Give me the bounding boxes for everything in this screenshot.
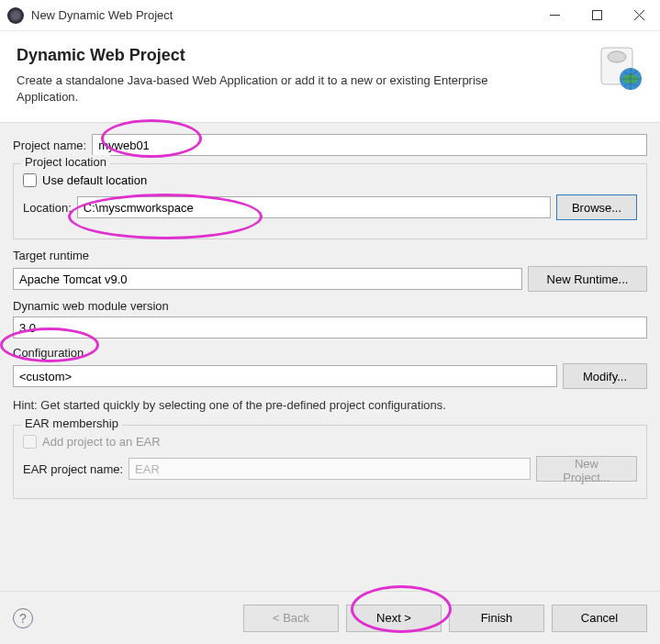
window-controls [533, 0, 660, 31]
help-icon[interactable]: ? [13, 608, 33, 628]
location-label: Location: [23, 201, 72, 215]
cancel-button[interactable]: Cancel [552, 605, 647, 632]
location-input[interactable] [77, 196, 551, 218]
web-module-version-label: Dynamic web module version [13, 299, 647, 313]
svg-point-5 [608, 51, 626, 62]
project-name-row: Project name: [13, 134, 647, 156]
target-runtime-select[interactable]: Apache Tomcat v9.0 [13, 268, 522, 290]
ear-new-project-button: New Project... [536, 456, 637, 482]
project-location-group: Project location Use default location Lo… [13, 163, 647, 239]
ear-add-label: Add project to an EAR [42, 435, 161, 449]
web-module-version-row: 3.0 [13, 316, 647, 339]
minimize-button[interactable] [533, 0, 576, 31]
browse-button[interactable]: Browse... [556, 194, 637, 220]
ear-add-checkbox[interactable] [23, 435, 37, 449]
wizard-footer: ? < Back Next > Finish Cancel [0, 591, 660, 644]
maximize-button[interactable] [576, 0, 618, 31]
page-description: Create a standalone Java-based Web Appli… [17, 72, 531, 105]
form-area: Project name: Project location Use defau… [0, 123, 660, 519]
page-title: Dynamic Web Project [17, 46, 643, 65]
use-default-location-label: Use default location [42, 173, 147, 187]
ear-project-name-label: EAR project name: [23, 462, 123, 476]
ear-group-label: EAR membership [21, 416, 122, 430]
ear-add-row: Add project to an EAR [23, 435, 637, 449]
ear-group: EAR membership Add project to an EAR EAR… [13, 425, 647, 499]
ear-project-name-row: EAR project name: EAR New Project... [23, 456, 637, 482]
back-button: < Back [243, 605, 339, 632]
wizard-header: Dynamic Web Project Create a standalone … [0, 31, 660, 123]
modify-button[interactable]: Modify... [563, 363, 647, 389]
eclipse-app-icon [7, 7, 24, 24]
target-runtime-row: Apache Tomcat v9.0 New Runtime... [13, 266, 647, 292]
new-runtime-button[interactable]: New Runtime... [528, 266, 647, 292]
configuration-select[interactable]: <custom> [13, 365, 557, 387]
window-title: New Dynamic Web Project [31, 8, 173, 22]
next-button[interactable]: Next > [346, 605, 442, 632]
web-project-icon [596, 44, 643, 92]
configuration-row: <custom> Modify... [13, 363, 647, 389]
project-location-group-label: Project location [21, 155, 110, 169]
project-name-label: Project name: [13, 139, 86, 152]
location-row: Location: Browse... [23, 194, 637, 220]
close-button[interactable] [618, 0, 660, 31]
svg-rect-1 [592, 11, 601, 20]
titlebar: New Dynamic Web Project [0, 0, 660, 31]
use-default-location-checkbox[interactable] [23, 173, 37, 187]
configuration-label: Configuration [13, 346, 647, 360]
footer-buttons: < Back Next > Finish Cancel [243, 605, 647, 632]
configuration-hint: Hint: Get started quickly by selecting o… [13, 398, 647, 412]
web-module-version-select[interactable]: 3.0 [13, 316, 647, 339]
use-default-location-row: Use default location [23, 173, 637, 187]
ear-project-name-select: EAR [129, 458, 531, 480]
finish-button[interactable]: Finish [449, 605, 544, 632]
target-runtime-label: Target runtime [13, 249, 647, 262]
project-name-input[interactable] [92, 134, 647, 156]
